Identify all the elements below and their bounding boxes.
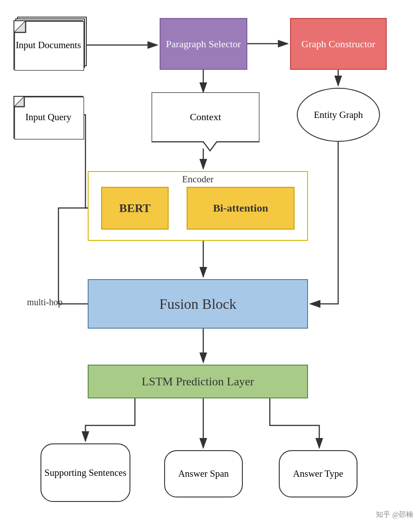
answer-type-label: Answer Type [293,468,344,479]
diagram: Input Documents Input Query Paragraph Se… [0,0,420,524]
context-label: Context [190,111,221,123]
fusion-block-label: Fusion Block [159,296,237,312]
bi-attention-label: Bi-attention [213,202,268,214]
supporting-sentences-box: Supporting Sentences [40,443,130,502]
paragraph-selector-box: Paragraph Selector [160,18,247,70]
watermark: 知乎 @邵楠 [376,510,413,519]
answer-span-box: Answer Span [164,450,243,497]
input-query-label: Input Query [25,112,71,123]
entity-graph-label: Entity Graph [314,109,363,121]
bert-label: BERT [119,202,151,215]
supporting-sentences-label: Supporting Sentences [45,467,127,479]
lstm-box: LSTM Prediction Layer [88,365,308,398]
graph-constructor-box: Graph Constructor [290,18,387,70]
fusion-block-box: Fusion Block [88,279,308,329]
context-wrapper: Context [152,92,259,155]
answer-type-box: Answer Type [279,450,357,497]
bi-attention-box: Bi-attention [187,187,295,230]
lstm-label: LSTM Prediction Layer [142,375,254,388]
input-documents-label: Input Documents [16,40,81,51]
graph-constructor-label: Graph Constructor [301,38,375,50]
multihop-label: multi-hop [27,297,63,307]
bert-box: BERT [101,187,169,230]
encoder-label: Encoder [88,172,308,185]
entity-graph-box: Entity Graph [297,88,380,142]
paragraph-selector-label: Paragraph Selector [166,38,241,50]
answer-span-label: Answer Span [178,468,229,479]
